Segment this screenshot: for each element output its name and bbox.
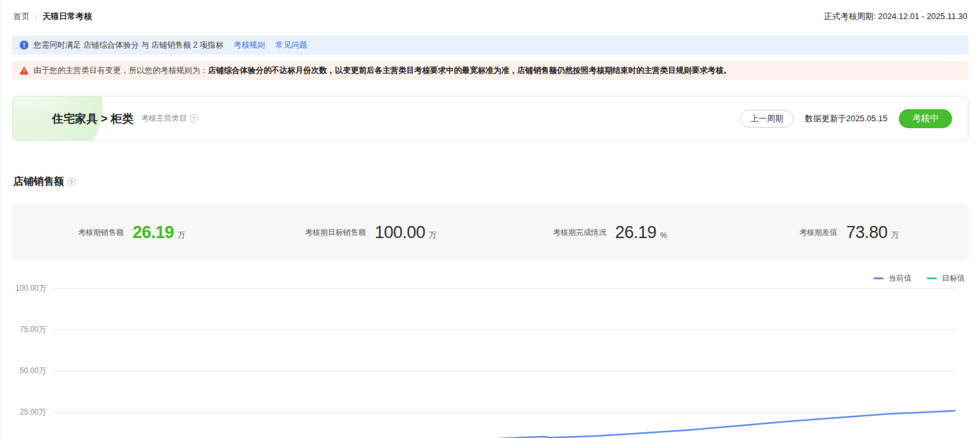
card-actions: 上一周期 数据更新于2025.05.15 考核中 [740,109,952,128]
stat-period-sales: 考核期销售额 26.19 万 [12,223,251,242]
info-banner: ! 您需同时满足 店铺综合体验分 与 店铺销售额 2 项指标 考核规则 常见问题 [12,36,969,55]
stat-value: 73.80 [846,223,887,242]
stat-value: 26.19 [133,223,174,242]
sales-trend-chart [51,279,955,438]
status-badge: 考核中 [899,109,952,128]
category-subtitle: 考核主营类目 ? [141,113,198,124]
line-series-0 [494,411,955,438]
sales-section-title: 店铺销售额 ? [13,175,75,189]
tmall-assessment-page: 首页 › 天猫日常考核 正式考核周期: 2024.12.01 - 2025.11… [0,0,980,438]
stat-target-sales: 考核期目标销售额 100.00 万 [251,223,490,242]
category-subtitle-text: 考核主营类目 [141,113,187,124]
y-tick-25: 25.00万 [1,407,46,418]
assessment-period-label: 正式考核周期: 2024.12.01 - 2025.11.30 [824,11,967,22]
stat-label: 考核期销售额 [78,227,124,238]
chevron-right-icon: › [35,12,37,21]
breadcrumb-current: 天猫日常考核 [42,11,92,22]
breadcrumb-home-link[interactable]: 首页 [13,11,30,22]
info-circle-icon: ! [20,41,29,50]
y-tick-100: 100.00万 [1,283,46,294]
info-banner-text: 您需同时满足 店铺综合体验分 与 店铺销售额 2 项指标 [34,40,223,51]
stat-label: 考核期目标销售额 [305,227,366,238]
faq-link[interactable]: 常见问题 [275,40,307,51]
data-updated-label: 数据更新于2025.05.15 [805,113,887,124]
stat-label: 考核期完成情况 [553,227,606,238]
warning-banner: 由于您的主营类目有变更，所以您的考核规则为：店铺综合体验分的不达标月份次数，以变… [12,61,969,80]
category-card: 住宅家具 > 柜类 考核主营类目 ? 上一周期 数据更新于2025.05.15 … [12,96,969,141]
stat-gap: 考核期差值 73.80 万 [729,223,969,242]
assessment-rules-link[interactable]: 考核规则 [233,40,265,51]
warning-text-prefix: 由于您的主营类目有变更，所以您的考核规则为： [34,65,208,76]
green-deco-shape [12,108,51,141]
stat-completion: 考核期完成情况 26.19 % [490,223,729,242]
category-title: 住宅家具 > 柜类 [52,111,134,126]
stat-unit: 万 [429,225,436,241]
stat-unit: % [660,226,667,240]
y-tick-75: 75.00万 [1,324,46,335]
stat-unit: 万 [891,225,899,241]
warning-text-bold: 店铺综合体验分的不达标月份次数，以变更前后各主营类目考核要求中的最宽标准为准，店… [208,65,731,76]
stat-value: 26.19 [615,223,657,242]
previous-period-button[interactable]: 上一周期 [740,110,794,128]
stat-unit: 万 [178,225,185,241]
y-tick-50: 50.00万 [1,366,46,376]
stat-label: 考核期差值 [799,227,837,238]
sales-stats-panel: 考核期销售额 26.19 万 考核期目标销售额 100.00 万 考核期完成情况… [12,204,969,262]
help-icon[interactable]: ? [67,178,75,186]
stat-value: 100.00 [375,223,426,242]
warning-triangle-icon [20,67,29,75]
breadcrumb: 首页 › 天猫日常考核 [13,11,92,22]
help-icon[interactable]: ? [190,114,198,123]
sales-section-title-text: 店铺销售额 [13,175,64,189]
category-info: 住宅家具 > 柜类 考核主营类目 ? [52,111,198,126]
